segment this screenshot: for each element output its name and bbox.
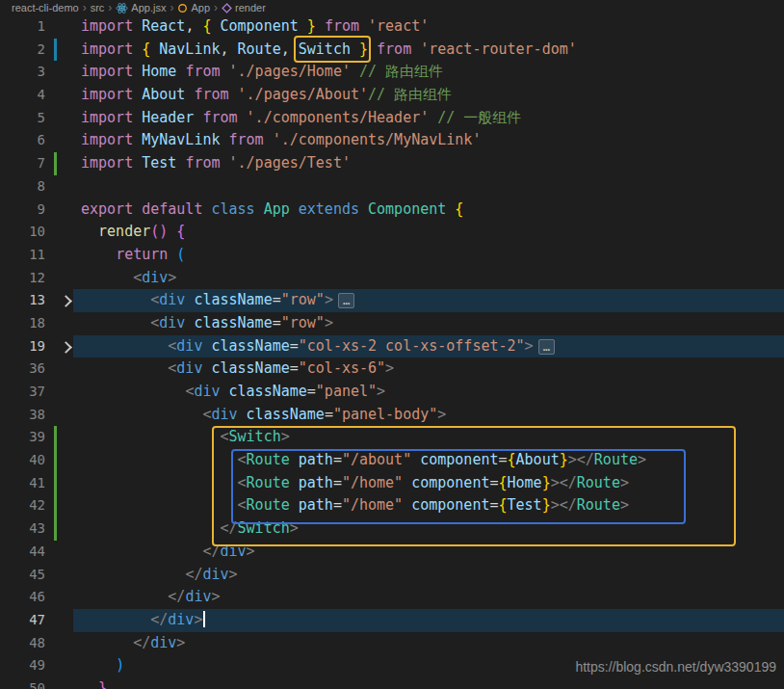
code-token	[81, 406, 202, 423]
code-line[interactable]: 45 </div>	[0, 564, 784, 587]
code-line[interactable]: 6import MyNavLink from './components/MyN…	[0, 129, 784, 152]
code-line[interactable]: 9export default class App extends Compon…	[0, 199, 784, 222]
code-token	[81, 496, 238, 514]
code-line[interactable]: 11 return (	[0, 244, 784, 267]
code-line[interactable]: 47 </div>	[0, 609, 784, 632]
code-token	[255, 200, 264, 218]
code-token: ></	[568, 451, 594, 468]
code-line[interactable]: 41 <Route path="/home" component={Home}>…	[0, 472, 784, 495]
code-token: className	[194, 314, 272, 331]
code-text: import MyNavLink from './components/MyNa…	[81, 129, 481, 152]
line-number: 2	[0, 39, 45, 62]
code-line[interactable]: 12 <div>	[0, 267, 784, 290]
code-token: Component	[211, 17, 306, 35]
line-number: 42	[0, 494, 45, 517]
breadcrumb-separator-icon: ›	[170, 2, 173, 13]
code-text: <div className="panel-body">	[81, 404, 446, 427]
line-number: 18	[0, 312, 45, 335]
line-number: 5	[0, 107, 45, 130]
breadcrumb-item-app[interactable]: App	[177, 2, 210, 13]
breadcrumb-item-app-jsx[interactable]: App.jsx	[116, 2, 166, 14]
code-line[interactable]: 18 <div className="row">	[0, 312, 784, 335]
fold-chevron-icon[interactable]	[60, 341, 72, 354]
code-line[interactable]: 39 <Switch>	[0, 426, 784, 449]
code-token	[446, 200, 455, 218]
code-token	[81, 656, 116, 674]
code-token: >	[168, 269, 176, 286]
breadcrumb-label: App	[191, 2, 210, 13]
breadcrumb-item-react-cli-demo[interactable]: react-cli-demo	[12, 2, 79, 13]
line-number: 13	[0, 289, 45, 312]
line-number: 48	[0, 632, 45, 655]
line-number: 50	[0, 677, 45, 689]
code-token	[81, 223, 98, 240]
code-token: default	[142, 200, 202, 218]
editor-gutter: 10	[0, 221, 81, 244]
line-number: 40	[0, 449, 45, 472]
code-token: ,	[185, 17, 202, 35]
code-line[interactable]: 43 </Switch>	[0, 517, 784, 541]
code-token: =	[333, 451, 342, 468]
code-line[interactable]: 8	[0, 175, 784, 199]
code-token	[81, 611, 150, 628]
code-token: component	[411, 496, 489, 514]
code-token: Home	[508, 474, 542, 491]
editor-gutter: 40	[0, 449, 81, 472]
code-line[interactable]: 40 <Route path="/about" component={About…	[0, 449, 784, 472]
code-line[interactable]: 19 <div className="col-xs-2 col-xs-offse…	[0, 335, 784, 358]
code-token: path	[299, 496, 333, 514]
code-token: {	[176, 223, 185, 240]
code-token: div	[221, 543, 247, 560]
git-added-indicator	[54, 494, 57, 517]
code-token: div	[211, 406, 237, 423]
code-line[interactable]: 37 <div className="panel">	[0, 381, 784, 404]
breadcrumb-item-src[interactable]: src	[91, 2, 105, 13]
code-token: from	[185, 63, 220, 80]
code-token	[238, 406, 247, 423]
code-text: </div>	[81, 609, 205, 632]
code-line[interactable]: 36 <div className="col-xs-6">	[0, 358, 784, 381]
code-token: >	[377, 383, 385, 400]
code-line[interactable]: 4import About from './pages/About'// 路由组…	[0, 84, 784, 107]
code-token: >	[229, 566, 238, 583]
code-text: }	[81, 677, 107, 689]
code-token: >	[620, 496, 629, 514]
code-token: <	[238, 496, 247, 514]
code-text: import Header from './components/Header'…	[81, 107, 521, 130]
line-number: 39	[0, 426, 45, 449]
code-token: }	[542, 496, 551, 514]
code-line[interactable]: 13 <div className="row">…	[0, 289, 784, 312]
code-line[interactable]: 46 </div>	[0, 586, 784, 609]
code-token: Switch	[238, 519, 290, 537]
code-token	[81, 634, 133, 651]
code-token	[81, 474, 238, 491]
code-token: {	[455, 200, 463, 218]
code-line[interactable]: 10 render() {	[0, 221, 784, 244]
watermark-url: https://blog.csdn.net/dyw3390199	[575, 659, 776, 675]
code-line[interactable]: 42 <Route path="/home" component={Test}>…	[0, 494, 784, 517]
code-line[interactable]: 44 </div>	[0, 541, 784, 564]
code-token: App	[264, 200, 290, 218]
code-line[interactable]: 5import Header from './components/Header…	[0, 107, 784, 130]
breadcrumb-item-render[interactable]: render	[222, 2, 266, 13]
code-line[interactable]: 3import Home from './pages/Home' // 路由组件	[0, 61, 784, 84]
code-line[interactable]: 2import { NavLink, Route, Switch } from …	[0, 39, 784, 62]
code-line[interactable]: 7import Test from './pages/Test'	[0, 152, 784, 175]
code-line[interactable]: 48 </div>	[0, 632, 784, 655]
code-token: div	[168, 611, 194, 628]
code-token: </	[168, 588, 185, 605]
git-added-indicator	[54, 449, 57, 472]
code-line[interactable]: 38 <div className="panel-body">	[0, 404, 784, 427]
code-line[interactable]: 1import React, { Component } from 'react…	[0, 15, 784, 39]
code-token: extends	[299, 200, 359, 218]
code-token: =	[499, 451, 508, 468]
code-line[interactable]: 50 }	[0, 677, 784, 689]
class-icon	[177, 3, 188, 13]
fold-chevron-icon[interactable]	[60, 295, 72, 307]
editor-gutter: 2	[0, 39, 81, 62]
breadcrumb-label: react-cli-demo	[12, 2, 79, 13]
code-editor[interactable]: 1import React, { Component } from 'react…	[0, 15, 784, 689]
code-token	[81, 337, 168, 355]
code-token: from	[202, 109, 237, 126]
code-token: =	[273, 314, 281, 331]
